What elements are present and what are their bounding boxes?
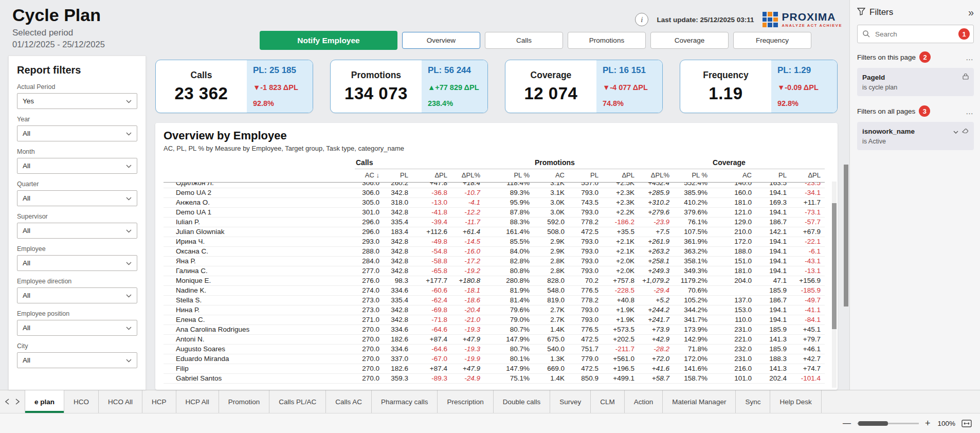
bottom-tab-clm[interactable]: CLM — [591, 390, 625, 413]
filter-dropdown-month[interactable]: All — [17, 158, 137, 174]
collapse-pane-icon[interactable]: » — [968, 7, 974, 17]
column-header-calls-ac-[interactable]: AC ↓ — [355, 169, 384, 183]
value-cell: -36.8 — [412, 188, 451, 197]
kpi-card-coverage[interactable]: Coverage 12 074 PL: 16 151 ▼-4 077 ΔPL 7… — [505, 60, 663, 113]
chevron-down-icon — [126, 130, 132, 137]
page-scrollbar[interactable] — [843, 56, 849, 390]
bottom-tab-hco[interactable]: HCO — [64, 390, 99, 413]
bottom-tab-survey[interactable]: Survey — [550, 390, 591, 413]
kpi-value: 1.19 — [709, 84, 742, 103]
column-header-calls-pl[interactable]: PL — [384, 169, 412, 183]
table-row[interactable]: Ana Carolina Rodrigues270.0334.6-64.6-19… — [164, 324, 825, 334]
notify-employee-button[interactable]: Notify Employee — [260, 31, 397, 50]
bottom-tab-hcp-all[interactable]: HCP All — [176, 390, 219, 413]
table-row[interactable]: Demo UA 2306.0342.8-36.8-10.789.3%3.1K79… — [164, 188, 825, 197]
table-row[interactable]: Елена С.271.0342.8-71.8-21.079.0%2.7K793… — [164, 315, 825, 324]
table-row[interactable]: Галина С.277.0342.8-65.8-19.280.8%2.8K79… — [164, 266, 825, 276]
value-cell: +263.2 — [639, 246, 674, 256]
zoom-out-button[interactable]: — — [843, 419, 851, 428]
table-scrollbar-thumb[interactable] — [832, 203, 837, 329]
filter-dropdown-quarter[interactable]: All — [17, 190, 137, 206]
view-tab-coverage[interactable]: Coverage — [650, 32, 729, 49]
bottom-tab-calls-ac[interactable]: Calls AC — [326, 390, 372, 413]
filter-dropdown-supervisor[interactable]: All — [17, 223, 137, 239]
table-row[interactable]: Gabriel Santos270.0359.3-89.3-24.975.1%1… — [164, 373, 825, 383]
bottom-tab-hco-all[interactable]: HCO All — [99, 390, 142, 413]
filter-dropdown-actual-period[interactable]: Yes — [17, 93, 137, 109]
table-row[interactable]: Iulian P.296.0335.4-39.4-11.788.3%592.07… — [164, 217, 825, 227]
column-header-promotions-pl-[interactable]: PL % — [674, 169, 712, 183]
table-row[interactable]: Анжела О.305.0318.0-13.0-4.195.9%3.0K743… — [164, 197, 825, 207]
zoom-slider-thumb[interactable] — [858, 421, 888, 426]
bottom-tab-action[interactable]: Action — [625, 390, 663, 413]
zoom-slider[interactable] — [857, 423, 919, 424]
bottom-tab-calls-pl-ac[interactable]: Calls PL/AC — [269, 390, 326, 413]
kpi-card-frequency[interactable]: Frequency 1.19 PL: 1.29 ▼-0.09 ΔPL 92.8% — [680, 60, 838, 113]
column-header-calls--pl-[interactable]: ΔPL% — [451, 169, 484, 183]
table-row[interactable]: Ирина Ч.293.0342.8-49.8-14.585.5%2.9K793… — [164, 237, 825, 246]
table-row[interactable]: Оксана С.288.0342.8-54.8-16.084.0%2.9K79… — [164, 246, 825, 256]
bottom-tab-hcp[interactable]: HCP — [142, 390, 176, 413]
value-cell: 2.7K — [534, 315, 569, 324]
bottom-tab-material-manager[interactable]: Material Manager — [663, 390, 736, 413]
table-row[interactable]: Nadine K.274.0334.6-60.6-18.181.9%548.07… — [164, 285, 825, 295]
table-row[interactable]: Filip270.0182.6+87.4+47.9147.9%669.0472.… — [164, 364, 825, 373]
filter-dropdown-employee-direction[interactable]: All — [17, 287, 137, 303]
more-options-icon[interactable]: … — [966, 53, 974, 62]
value-cell: -12.2 — [451, 207, 484, 217]
tabs-scroll-right-icon[interactable] — [15, 399, 20, 405]
value-cell: 270.0 — [355, 373, 384, 383]
table-row[interactable]: Eduardo Miranda270.0337.0-67.0-19.980.1%… — [164, 354, 825, 364]
info-icon[interactable]: i — [635, 13, 648, 26]
bottom-tab-promotion[interactable]: Promotion — [219, 390, 270, 413]
filter-dropdown-employee-position[interactable]: All — [17, 320, 137, 336]
view-tab-overview[interactable]: Overview — [402, 32, 480, 49]
kpi-card-calls[interactable]: Calls 23 362 PL: 25 185 ▼-1 823 ΔPL 92.8… — [155, 60, 313, 113]
tabs-scroll-left-icon[interactable] — [5, 399, 9, 405]
table-row[interactable]: Яна Р.284.0342.8-58.8-17.282.8%2.8K793.0… — [164, 256, 825, 266]
table-row[interactable]: Augusto Soares270.0334.6-64.6-19.380.7%5… — [164, 344, 825, 354]
value-cell: +452.4 — [639, 183, 674, 188]
table-row[interactable]: Demo UA 1301.0342.8-41.8-12.287.8%3.0K79… — [164, 207, 825, 217]
column-header-promotions-pl[interactable]: PL — [569, 169, 603, 183]
column-header-coverage--pl[interactable]: ΔPL — [791, 169, 825, 183]
more-options-icon[interactable]: … — [966, 107, 974, 116]
bottom-tab-prescription[interactable]: Prescription — [438, 390, 493, 413]
view-tab-calls[interactable]: Calls — [485, 32, 563, 49]
table-row[interactable]: Monique E.276.098.3+177.7+180.8280.8%828… — [164, 276, 825, 285]
table-row[interactable]: Stella S.273.0335.4-62.4-18.681.4%819.07… — [164, 295, 825, 305]
kpi-plan-value: PL: 56 244 — [428, 65, 484, 76]
bottom-tab-pharmacy-calls[interactable]: Pharmacy calls — [372, 390, 438, 413]
fit-to-page-icon[interactable] — [961, 420, 972, 427]
value-cell: -19.2 — [451, 266, 484, 276]
column-header-calls--pl[interactable]: ΔPL — [412, 169, 451, 183]
bottom-tab-sync[interactable]: Sync — [736, 390, 770, 413]
view-tab-promotions[interactable]: Promotions — [568, 32, 646, 49]
filter-card-isnowork[interactable]: isnowork_name is Active — [857, 122, 974, 150]
column-header-calls-pl-[interactable]: PL % — [484, 169, 534, 183]
bottom-tab-help-desk[interactable]: Help Desk — [770, 390, 821, 413]
zoom-in-button[interactable]: + — [925, 418, 931, 429]
table-row[interactable]: Julian Glowniak296.0183.4+112.6+61.4161.… — [164, 227, 825, 237]
table-row[interactable]: Одилжон Л.306.0260.2+47.8+18.4118.4%3.1K… — [164, 183, 825, 188]
filter-dropdown-employee[interactable]: All — [17, 255, 137, 271]
table-scrollbar[interactable] — [832, 182, 837, 388]
filter-search-input[interactable] — [857, 25, 974, 43]
filter-card-pageid[interactable]: PageId is cycle plan — [857, 68, 974, 96]
view-tab-frequency[interactable]: Frequency — [733, 32, 811, 49]
table-row[interactable]: Antoni N.270.0182.6+87.4+47.9147.9%675.0… — [164, 334, 825, 344]
page-scrollbar-thumb[interactable] — [844, 165, 848, 306]
kpi-card-promotions[interactable]: Promotions 134 073 PL: 56 244 ▲+77 829 Δ… — [330, 60, 488, 113]
column-header-coverage-pl[interactable]: PL — [756, 169, 791, 183]
bottom-tab-double-calls[interactable]: Double calls — [494, 390, 551, 413]
column-header-coverage-ac[interactable]: AC — [712, 169, 756, 183]
bottom-tab-e-plan[interactable]: e plan — [25, 390, 64, 413]
table-row[interactable]: Нина Р.273.0342.8-69.8-20.479.6%2.7K793.… — [164, 305, 825, 315]
eraser-icon[interactable] — [962, 127, 969, 136]
column-header-promotions-ac[interactable]: AC — [534, 169, 569, 183]
column-header-promotions--pl[interactable]: ΔPL — [603, 169, 639, 183]
column-header-promotions--pl-[interactable]: ΔPL% — [639, 169, 674, 183]
chevron-down-icon[interactable] — [953, 127, 958, 136]
filter-dropdown-city[interactable]: All — [17, 352, 137, 368]
filter-dropdown-year[interactable]: All — [17, 125, 137, 141]
